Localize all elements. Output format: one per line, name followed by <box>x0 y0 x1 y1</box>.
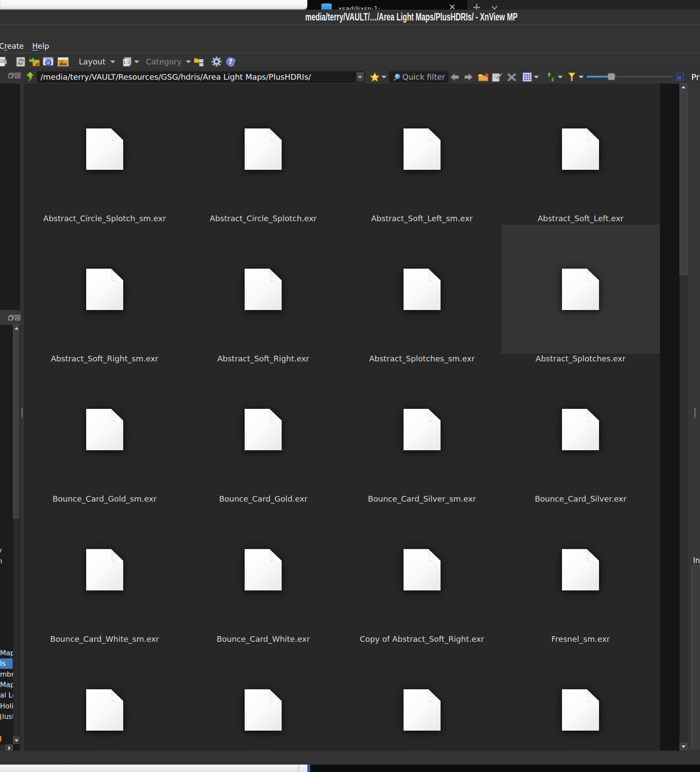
terminal-tab-close-icon[interactable] <box>449 3 456 10</box>
sort-icon[interactable] <box>547 72 555 82</box>
file-cell[interactable]: Abstract_Circle_Splotch.exr <box>184 84 343 225</box>
file-cell[interactable]: Copy of Abstract_Soft_Right.exr <box>343 505 501 645</box>
file-cell[interactable]: Bounce_Card_White_sm.exr <box>25 505 184 645</box>
category-sets-icon[interactable] <box>194 57 204 67</box>
favorites-star-icon[interactable] <box>370 72 380 82</box>
file-thumb-area[interactable] <box>25 225 184 354</box>
terminal-tab[interactable]: xsad@xsn:1: <box>307 0 467 10</box>
file-cell[interactable]: Bounce_Card_Gold.exr <box>184 365 343 505</box>
file-cell[interactable]: Abstract_Soft_Right_sm.exr <box>25 225 184 365</box>
path-input[interactable]: /media/terry/VAULT/Resources/GSG/hdris/A… <box>37 71 365 83</box>
file-cell[interactable]: Abstract_Splotches_sm.exr <box>343 225 501 365</box>
file-thumb-area[interactable] <box>501 365 660 494</box>
file-cell[interactable] <box>501 645 660 751</box>
panel-close-icon[interactable] <box>15 73 20 78</box>
file-thumb-area[interactable] <box>343 505 501 634</box>
tree-scrollbar-thumb[interactable] <box>13 333 20 518</box>
file-cell[interactable] <box>343 645 501 751</box>
filter-icon[interactable] <box>568 72 576 82</box>
refresh-view-icon[interactable] <box>15 57 26 67</box>
thumbnail-slider-handle[interactable] <box>608 73 615 80</box>
document-icon <box>404 128 441 170</box>
folder-tree-item[interactable]: mbr <box>0 669 13 680</box>
view-mode-icon[interactable] <box>522 72 532 82</box>
panel-float-icon[interactable] <box>8 315 14 320</box>
file-thumb-area[interactable] <box>184 84 343 213</box>
file-cell[interactable]: Abstract_Soft_Left.exr <box>501 84 660 225</box>
file-thumb-area[interactable] <box>343 645 501 751</box>
slideshow-icon[interactable] <box>57 57 69 67</box>
folder-tree-item[interactable]: Holi <box>0 701 13 711</box>
back-icon[interactable] <box>450 73 459 81</box>
file-thumb-area[interactable] <box>25 84 184 213</box>
folder-tree-item[interactable]: Map <box>0 680 13 690</box>
file-cell[interactable]: Bounce_Card_Silver.exr <box>501 365 660 505</box>
right-arrow-icon <box>8 746 11 750</box>
file-thumb-area[interactable] <box>25 645 184 751</box>
panel-close-icon[interactable] <box>15 315 20 320</box>
menu-item-help[interactable]: Help <box>32 41 49 51</box>
right-splitter-handle[interactable] <box>694 408 696 418</box>
tree-scroll-down-button[interactable] <box>13 737 20 744</box>
edit-icon[interactable] <box>492 72 503 82</box>
file-cell[interactable]: Abstract_Splotches.exr <box>501 225 660 365</box>
file-thumb-area[interactable] <box>501 225 660 354</box>
grid-scroll-up-button[interactable] <box>680 84 687 91</box>
file-cell[interactable] <box>184 645 343 751</box>
folder-tree-item[interactable]: Map <box>0 648 13 658</box>
convert-icon[interactable] <box>29 57 40 67</box>
panel-toggle-icon[interactable] <box>676 73 684 81</box>
file-thumb-area[interactable] <box>184 505 343 634</box>
thumbnail-slider-filled[interactable] <box>587 76 609 78</box>
file-thumb-area[interactable] <box>343 365 501 494</box>
tree-scroll-up-button[interactable] <box>13 325 20 332</box>
file-thumb-area[interactable] <box>343 84 501 213</box>
new-folder-icon[interactable] <box>478 72 489 82</box>
file-thumb-area[interactable] <box>184 365 343 494</box>
panel-float-icon[interactable] <box>8 73 14 78</box>
help-icon[interactable]: ? <box>225 57 236 67</box>
path-dropdown-button[interactable] <box>356 72 364 82</box>
grid-scroll-down-button[interactable] <box>680 743 687 750</box>
tab-list-chevron-icon[interactable] <box>491 5 498 10</box>
file-thumb-area[interactable] <box>184 645 343 751</box>
thumbnail-slider-track[interactable] <box>615 76 673 77</box>
document-icon <box>86 549 123 590</box>
print-icon[interactable] <box>0 57 7 67</box>
category-dropdown[interactable]: Category <box>146 53 182 70</box>
file-cell[interactable] <box>25 645 184 751</box>
folder-tree-item[interactable]: Is <box>0 658 13 669</box>
file-cell[interactable]: Bounce_Card_Silver_sm.exr <box>343 365 501 505</box>
file-thumb-area[interactable] <box>25 365 184 494</box>
grid-scrollbar-thumb[interactable] <box>680 91 687 275</box>
file-thumb-area[interactable] <box>501 645 660 751</box>
capture-icon[interactable] <box>43 57 54 67</box>
quick-filter-input[interactable]: Quick filter <box>389 71 448 83</box>
file-thumb-area[interactable] <box>343 225 501 354</box>
file-thumb-area[interactable] <box>501 505 660 634</box>
file-cell[interactable]: Abstract_Soft_Left_sm.exr <box>343 84 501 225</box>
delete-icon[interactable] <box>507 73 517 82</box>
file-thumb-area[interactable] <box>184 225 343 354</box>
file-cell[interactable]: Bounce_Card_White.exr <box>184 505 343 645</box>
menu-item-create[interactable]: Create <box>0 41 24 51</box>
thumbnail-size-icon[interactable]: 1-5 <box>123 57 132 67</box>
parent-folder-icon[interactable] <box>25 71 36 83</box>
folder-tree-item[interactable]: lust <box>0 711 13 722</box>
file-thumb-area[interactable] <box>501 84 660 213</box>
file-label: Abstract_Splotches.exr <box>501 354 660 365</box>
file-cell[interactable]: Bounce_Card_Gold_sm.exr <box>25 365 184 505</box>
grid-scrollbar[interactable] <box>680 84 687 751</box>
file-cell[interactable]: Fresnel_sm.exr <box>501 505 660 645</box>
layout-dropdown[interactable]: Layout <box>79 53 105 70</box>
file-cell[interactable]: Abstract_Circle_Splotch_sm.exr <box>25 84 184 225</box>
settings-gear-icon[interactable] <box>212 57 222 67</box>
window-titlebar[interactable]: media/terry/VAULT/…/Area Light Maps/Plus… <box>0 10 700 24</box>
left-splitter-handle[interactable] <box>21 408 23 418</box>
folder-tree-item[interactable]: al Lo <box>0 690 13 701</box>
file-cell[interactable]: Abstract_Soft_Right.exr <box>184 225 343 365</box>
tree-scroll-right-button[interactable] <box>6 745 13 751</box>
new-tab-icon[interactable] <box>472 3 481 10</box>
file-thumb-area[interactable] <box>25 505 184 634</box>
forward-icon[interactable] <box>464 73 473 81</box>
